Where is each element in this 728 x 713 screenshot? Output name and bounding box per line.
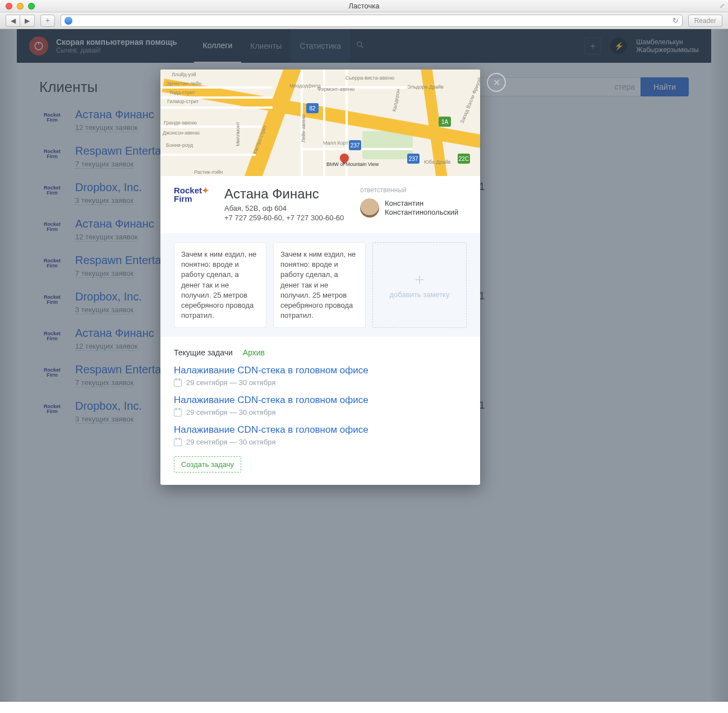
map-street-label: Фэрмонт-авеню bbox=[317, 86, 354, 92]
task-item[interactable]: Налаживание CDN-стека в головном офисе29… bbox=[174, 395, 467, 416]
modal-body: Rocket✦ Firm Астана Финанс Абая, 52В, оф… bbox=[160, 176, 480, 485]
map-park bbox=[362, 131, 413, 159]
map-street-label: Ллойд-уэй bbox=[172, 72, 196, 77]
task-item[interactable]: Налаживание CDN-стека в головном офисе29… bbox=[174, 365, 467, 387]
plus-icon: ＋ bbox=[412, 271, 427, 287]
window-title: Ласточка bbox=[0, 2, 728, 10]
map-street-label: Гранде-авеню bbox=[164, 120, 197, 126]
responsible-name-line1: Константин bbox=[385, 199, 458, 208]
note-card[interactable]: Зачем к ним ездил, не понятно: вроде и р… bbox=[174, 242, 266, 328]
calendar-icon bbox=[174, 438, 182, 446]
map-poi-label: BMW of Mountain View bbox=[326, 161, 379, 167]
map-street-label: Гилмор-стрит bbox=[167, 99, 199, 104]
map-street-label: Лейн-авеню bbox=[301, 114, 306, 142]
responsible-name-line2: Константинопольский bbox=[385, 208, 458, 217]
nav-buttons: ◀ ▶ bbox=[6, 15, 35, 27]
map-street-label: Эльдора Драйв bbox=[407, 84, 444, 90]
responsible-label: ответственный bbox=[360, 186, 467, 194]
map-street-label: Джонсон-авеню bbox=[163, 130, 200, 136]
task-title[interactable]: Налаживание CDN-стека в головном офисе bbox=[174, 424, 467, 436]
map-street-label: Растик-лэйн bbox=[194, 169, 223, 175]
map-shield: 82 bbox=[306, 103, 319, 113]
map-street-label: Бонни-роуд bbox=[166, 142, 193, 148]
map-street-label: Эрнестин-лейн bbox=[166, 81, 201, 86]
client-header: Rocket✦ Firm Астана Финанс Абая, 52В, оф… bbox=[174, 186, 467, 222]
browser-window: Ласточка ⤢ ◀ ▶ ＋ ↻ Reader Скорая компьют… bbox=[0, 0, 728, 713]
task-meta: 29 сентября — 30 октября bbox=[174, 438, 467, 446]
map-street-label: Юба Драйв bbox=[424, 159, 450, 165]
task-title[interactable]: Налаживание CDN-стека в головном офисе bbox=[174, 365, 467, 376]
calendar-icon bbox=[174, 379, 182, 387]
map-street-label: Меододфилд bbox=[289, 83, 321, 89]
client-map[interactable]: 82 237 237 22C 1A BMW of Mountain View Л… bbox=[160, 70, 480, 176]
calendar-icon bbox=[174, 409, 182, 416]
client-phones: +7 727 259-60-60, +7 727 300-60-60 bbox=[224, 214, 349, 222]
task-list: Налаживание CDN-стека в головном офисе29… bbox=[174, 365, 467, 446]
client-logo-line2: Firm bbox=[174, 194, 192, 203]
page-viewport: Скорая компьютерная помощь Сычев, давай!… bbox=[0, 29, 728, 702]
task-meta: 29 сентября — 30 октября bbox=[174, 378, 467, 387]
task-title[interactable]: Налаживание CDN-стека в головном офисе bbox=[174, 395, 467, 406]
reload-icon[interactable]: ↻ bbox=[672, 16, 679, 25]
bookmark-button-group: ＋ bbox=[40, 15, 55, 27]
map-street bbox=[160, 154, 256, 156]
note-card[interactable]: Зачем к ним ездил, не понятно: вроде и р… bbox=[273, 242, 366, 328]
client-logo: Rocket✦ Firm bbox=[174, 186, 213, 222]
map-shield: 237 bbox=[349, 140, 361, 150]
task-tabs: Текущие задачи Архив bbox=[174, 348, 467, 358]
responsible-name: Константин Константинопольский bbox=[385, 199, 458, 216]
notes-strip: Зачем к ним ездил, не понятно: вроде и р… bbox=[160, 233, 480, 337]
close-icon[interactable]: ✕ bbox=[487, 73, 506, 92]
task-meta: 29 сентября — 30 октября bbox=[174, 408, 467, 416]
task-dates: 29 сентября — 30 октября bbox=[186, 438, 275, 446]
url-bar[interactable]: ↻ bbox=[61, 15, 683, 27]
map-shield: 1A bbox=[439, 117, 451, 127]
client-address: Абая, 52В, оф 604 bbox=[224, 204, 349, 212]
add-bookmark-button[interactable]: ＋ bbox=[40, 15, 55, 27]
map-street bbox=[160, 107, 273, 109]
add-note-label: добавить заметку bbox=[390, 290, 450, 299]
map-street-label: Малл Корт bbox=[323, 140, 348, 146]
client-info: Астана Финанс Абая, 52В, оф 604 +7 727 2… bbox=[224, 186, 349, 222]
responsible-block: ответственный Константин Константинополь… bbox=[360, 186, 467, 222]
tab-archive[interactable]: Архив bbox=[243, 348, 265, 358]
map-street-label: Миллмонт bbox=[235, 122, 241, 146]
create-task-button[interactable]: Создать задачу bbox=[174, 456, 241, 473]
site-globe-icon bbox=[64, 17, 72, 25]
map-shield: 22C bbox=[458, 154, 470, 164]
map-street bbox=[323, 70, 325, 176]
task-item[interactable]: Налаживание CDN-стека в головном офисе29… bbox=[174, 424, 467, 446]
browser-titlebar: Ласточка ⤢ bbox=[0, 0, 728, 12]
back-button[interactable]: ◀ bbox=[6, 15, 20, 27]
map-shield: 237 bbox=[407, 154, 420, 164]
avatar bbox=[360, 198, 379, 217]
client-modal: 82 237 237 22C 1A BMW of Mountain View Л… bbox=[160, 70, 480, 485]
map-street bbox=[160, 86, 273, 89]
tab-current[interactable]: Текущие задачи bbox=[174, 348, 233, 358]
map-street-label: Тодд-стрит bbox=[169, 90, 195, 95]
reader-button[interactable]: Reader bbox=[688, 15, 722, 27]
window-resize-icon[interactable]: ⤢ bbox=[720, 2, 725, 10]
map-street bbox=[160, 126, 261, 128]
client-title: Астана Финанс bbox=[224, 186, 349, 202]
browser-toolbar: ◀ ▶ ＋ ↻ Reader bbox=[0, 12, 728, 29]
forward-button[interactable]: ▶ bbox=[20, 15, 35, 27]
task-dates: 29 сентября — 30 октября bbox=[186, 408, 275, 416]
add-note-button[interactable]: ＋ добавить заметку bbox=[372, 242, 467, 328]
map-street-label: Сьерра-виста-авеню bbox=[345, 75, 394, 81]
task-dates: 29 сентября — 30 октября bbox=[186, 378, 275, 387]
